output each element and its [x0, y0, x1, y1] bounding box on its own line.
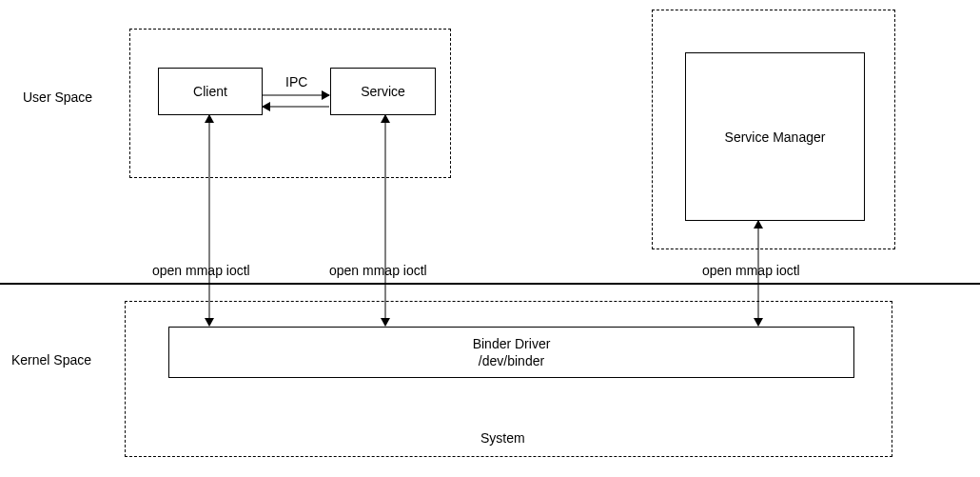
syscalls-mgr-label: open mmap ioctl — [702, 263, 800, 278]
binder-driver-path: /dev/binder — [479, 352, 544, 369]
syscalls-client-label: open mmap ioctl — [152, 263, 250, 278]
service-label: Service — [361, 84, 405, 99]
service-box: Service — [330, 68, 436, 115]
service-manager-box: Service Manager — [685, 52, 865, 221]
label-kernel-space: Kernel Space — [11, 352, 91, 368]
arrow-client-binder — [203, 115, 216, 326]
binder-driver-title: Binder Driver — [473, 335, 551, 352]
userspace-kernel-boundary — [0, 283, 980, 285]
service-manager-label: Service Manager — [725, 129, 826, 145]
ipc-label: IPC — [285, 74, 307, 89]
label-system: System — [480, 430, 525, 446]
client-label: Client — [193, 84, 227, 99]
label-user-space: User Space — [23, 89, 92, 105]
client-box: Client — [158, 68, 263, 115]
arrow-service-binder — [379, 115, 392, 326]
syscalls-service-label: open mmap ioctl — [329, 263, 427, 278]
diagram-stage: User Space Kernel Space Client Service I… — [0, 0, 980, 477]
binder-driver-box: Binder Driver /dev/binder — [168, 327, 854, 378]
